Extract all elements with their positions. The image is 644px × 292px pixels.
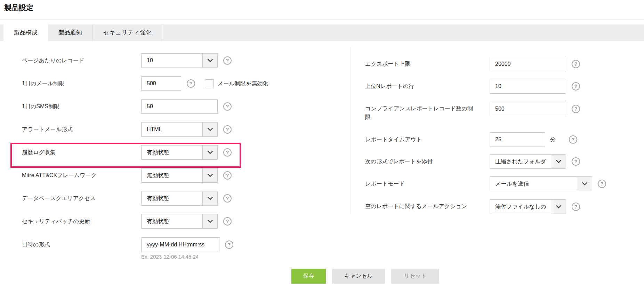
chevron-down-icon[interactable] <box>202 214 217 228</box>
title-divider <box>0 19 644 19</box>
field-label: 1日のメール制限 <box>22 80 141 87</box>
tab-bar: 製品構成 製品通知 セキュリティ強化 <box>0 24 644 41</box>
chevron-down-icon[interactable] <box>551 155 566 168</box>
help-icon[interactable]: ? <box>223 56 232 65</box>
report-mode-select[interactable]: メールを送信 <box>490 176 592 191</box>
help-icon[interactable]: ? <box>223 102 232 111</box>
report-attach-format-select[interactable]: 圧縮されたフォルダ <box>490 154 566 169</box>
disable-email-limit-checkbox[interactable] <box>205 79 214 88</box>
field-row-report-mode: レポートモード メールを送信 ? <box>365 176 606 191</box>
field-label: レポートモード <box>365 180 490 188</box>
security-patch-update-select[interactable]: 有効状態 <box>141 214 218 229</box>
help-icon[interactable]: ? <box>223 217 232 226</box>
tab-product-configuration[interactable]: 製品構成 <box>3 24 48 41</box>
field-label: Mitre ATT&CKフレームワーク <box>22 172 141 179</box>
daily-email-limit-input[interactable] <box>141 76 181 91</box>
help-icon[interactable]: ? <box>572 82 580 90</box>
chevron-down-icon[interactable] <box>202 191 217 205</box>
field-label: 上位Nレポートの行 <box>365 82 490 91</box>
field-label: ページあたりのレコード <box>22 57 141 64</box>
daily-sms-limit-input[interactable] <box>141 99 218 114</box>
help-icon[interactable]: ? <box>223 194 232 203</box>
select-value: メールを送信 <box>490 177 577 191</box>
select-value: 有効状態 <box>142 145 202 159</box>
help-icon[interactable]: ? <box>223 125 232 134</box>
field-label: 次の形式でレポートを添付 <box>365 157 490 166</box>
select-value: 添付ファイルなしの <box>490 200 551 214</box>
select-value: 10 <box>142 54 202 68</box>
checkbox-label: メール制限を無効化 <box>218 80 268 87</box>
field-label: アラートメール形式 <box>22 126 141 133</box>
chevron-down-icon[interactable] <box>551 200 566 214</box>
reset-button[interactable]: リセット <box>391 269 439 284</box>
product-settings-page: 製品設定 製品構成 製品通知 セキュリティ強化 ページあたりのレコード 10 ?… <box>0 0 644 292</box>
export-limit-input[interactable] <box>490 57 566 71</box>
field-row-records-per-page: ページあたりのレコード 10 ? <box>22 53 232 68</box>
help-icon[interactable]: ? <box>572 157 580 166</box>
field-row-export-limit: エクスポート上限 ? <box>365 57 580 71</box>
history-log-collection-select[interactable]: 有効状態 <box>141 145 218 160</box>
unit-label: 分 <box>550 136 556 143</box>
help-icon[interactable]: ? <box>572 203 580 211</box>
cancel-button[interactable]: キャンセル <box>332 269 385 284</box>
database-query-access-select[interactable]: 有効状態 <box>141 191 218 206</box>
help-icon[interactable]: ? <box>572 105 580 113</box>
save-button[interactable]: 保存 <box>291 269 326 284</box>
field-row-datetime-format: 日時の形式 ? <box>22 237 233 252</box>
chevron-down-icon[interactable] <box>202 145 217 159</box>
alert-mail-format-select[interactable]: HTML <box>141 122 218 137</box>
field-row-alert-mail-format: アラートメール形式 HTML ? <box>22 122 232 137</box>
field-row-empty-report-mail-action: 空のレポートに関するメールアクション 添付ファイルなしの ? <box>365 199 580 214</box>
field-label: 日時の形式 <box>22 241 141 248</box>
tab-product-notification[interactable]: 製品通知 <box>48 24 93 41</box>
field-label: エクスポート上限 <box>365 60 490 69</box>
field-row-database-query-access: データベースクエリアクセス 有効状態 ? <box>22 191 232 206</box>
field-label: 履歴ログ収集 <box>22 149 141 156</box>
field-label: レポートタイムアウト <box>365 135 490 144</box>
datetime-format-input[interactable] <box>141 237 219 252</box>
chevron-down-icon[interactable] <box>577 177 592 191</box>
select-value: 有効状態 <box>142 214 202 228</box>
chevron-down-icon[interactable] <box>202 123 217 136</box>
help-icon[interactable]: ? <box>187 79 195 88</box>
help-icon[interactable]: ? <box>572 60 580 68</box>
help-icon[interactable]: ? <box>598 180 606 188</box>
help-icon[interactable]: ? <box>223 148 232 157</box>
field-row-report-attach-format: 次の形式でレポートを添付 圧縮されたフォルダ ? <box>365 154 580 169</box>
field-label: 1日のSMS制限 <box>22 103 141 110</box>
page-title: 製品設定 <box>4 3 33 13</box>
chevron-down-icon[interactable] <box>202 54 217 68</box>
records-per-page-select[interactable]: 10 <box>141 53 218 68</box>
chevron-down-icon[interactable] <box>202 168 217 182</box>
select-value: 圧縮されたフォルダ <box>490 155 551 168</box>
tab-security-hardening[interactable]: セキュリティ強化 <box>93 24 162 41</box>
help-icon[interactable]: ? <box>569 135 577 144</box>
field-label: 空のレポートに関するメールアクション <box>365 199 490 211</box>
field-row-top-n-report-rows: 上位Nレポートの行 ? <box>365 79 580 94</box>
help-icon[interactable]: ? <box>223 171 232 180</box>
field-row-daily-email-limit: 1日のメール制限 ? メール制限を無効化 <box>22 76 268 91</box>
field-label: セキュリティパッチの更新 <box>22 218 141 225</box>
field-row-report-timeout: レポートタイムアウト 分 ? <box>365 132 577 147</box>
select-value: HTML <box>142 123 202 136</box>
mitre-attck-framework-select[interactable]: 無効状態 <box>141 168 218 183</box>
datetime-format-example: Ex: 2023-12-06 14:45:24 <box>141 254 199 260</box>
report-timeout-input[interactable] <box>490 132 545 147</box>
compliance-report-record-limit-input[interactable] <box>490 102 566 116</box>
empty-report-mail-action-select[interactable]: 添付ファイルなしの <box>490 199 566 214</box>
field-row-security-patch-update: セキュリティパッチの更新 有効状態 ? <box>22 214 232 229</box>
select-value: 無効状態 <box>142 168 202 182</box>
help-icon[interactable]: ? <box>225 240 233 249</box>
field-row-compliance-report-record-limit: コンプライアンスレポートレコード数の制限 ? <box>365 102 580 122</box>
select-value: 有効状態 <box>142 191 202 205</box>
field-label: コンプライアンスレポートレコード数の制限 <box>365 102 490 122</box>
field-row-daily-sms-limit: 1日のSMS制限 ? <box>22 99 232 114</box>
field-row-mitre-attck-framework: Mitre ATT&CKフレームワーク 無効状態 ? <box>22 168 232 183</box>
column-divider <box>351 47 351 214</box>
field-row-history-log-collection: 履歴ログ収集 有効状態 ? <box>22 145 232 160</box>
field-label: データベースクエリアクセス <box>22 195 141 202</box>
top-n-report-rows-input[interactable] <box>490 79 566 94</box>
